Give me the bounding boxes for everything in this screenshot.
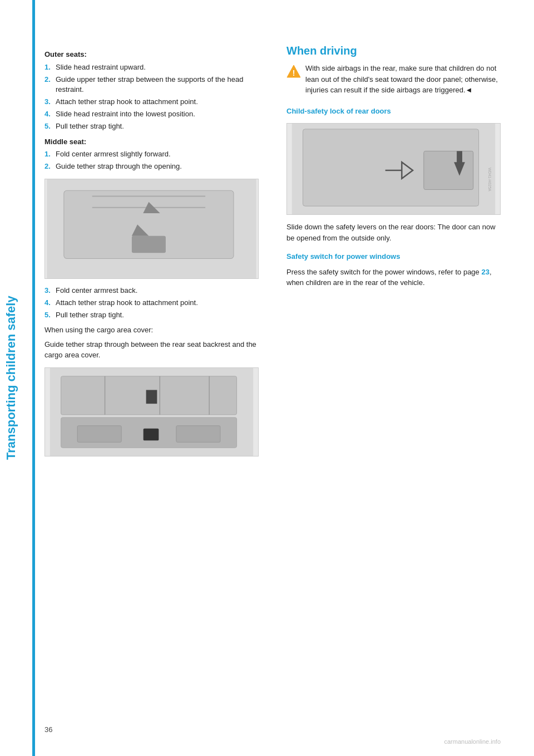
step-text: Fold center armrest slightly forward. [56, 149, 259, 159]
safety-switch-heading: Safety switch for power windows [286, 251, 501, 262]
list-item: 2. Guide upper tether strap between the … [44, 75, 259, 95]
door-lock-svg: WD41-H025A [287, 124, 500, 214]
step-text: Guide upper tether strap between the sup… [56, 75, 259, 95]
cargo-label: When using the cargo area cover: [44, 325, 259, 336]
svg-rect-19 [424, 151, 473, 189]
list-item: 4. Attach tether strap hook to attachmen… [44, 298, 259, 308]
step-text: Slide head restraint upward. [56, 62, 259, 72]
svg-text:WD41-H025A: WD41-H025A [488, 168, 492, 192]
step-text: Attach tether strap hook to attachment p… [56, 97, 259, 107]
warning-box: ! With side airbags in the rear, make su… [286, 63, 501, 99]
step-text: Slide head restraint into the lowest pos… [56, 109, 259, 119]
svg-rect-12 [144, 428, 159, 440]
left-column: Outer seats: 1. Slide head restraint upw… [44, 45, 264, 711]
cargo-text: Guide tether strap through between the r… [44, 339, 259, 361]
cargo-diagram-svg [45, 368, 258, 456]
step-num: 3. [44, 286, 52, 296]
tether-strap-image [44, 179, 259, 279]
step-num: 5. [44, 310, 52, 320]
chapter-label: Transporting children safely [0, 45, 33, 711]
warning-text: With side airbags in the rear, make sure… [305, 63, 501, 96]
step-num: 4. [44, 109, 52, 119]
child-safety-heading: Child-safety lock of rear doors [286, 106, 501, 117]
list-item: 5. Pull tether strap tight. [44, 121, 259, 131]
cargo-cover-image [44, 367, 259, 456]
safety-switch-text: Press the safety switch for the power wi… [286, 267, 501, 288]
list-item: 1. Slide head restraint upward. [44, 62, 259, 72]
outer-seats-label: Outer seats: [44, 49, 259, 60]
step-num: 2. [44, 75, 52, 95]
svg-rect-14 [176, 425, 220, 442]
tether-diagram-svg [45, 179, 258, 278]
when-driving-heading: When driving [286, 45, 501, 57]
page-reference-link[interactable]: 23 [481, 268, 489, 276]
svg-rect-11 [146, 390, 157, 404]
step-text: Pull tether strap tight. [56, 121, 259, 131]
list-item: 3. Fold center armrest back. [44, 286, 259, 296]
warning-icon: ! [286, 64, 301, 99]
list-item: 2. Guide tether strap through the openin… [44, 161, 259, 171]
step-text: Attach tether strap hook to attachment p… [56, 298, 259, 308]
svg-rect-4 [132, 235, 166, 253]
step-text: Guide tether strap through the opening. [56, 161, 259, 171]
list-item: 3. Attach tether strap hook to attachmen… [44, 97, 259, 107]
middle-seat-label: Middle seat: [44, 136, 259, 148]
list-item: 1. Fold center armrest slightly forward. [44, 149, 259, 159]
step-text: Fold center armrest back. [56, 286, 259, 296]
step-num: 1. [44, 62, 52, 72]
step-text: Pull tether strap tight. [56, 310, 259, 320]
step-num: 5. [44, 121, 52, 131]
page-number: 36 [44, 725, 52, 734]
step-num: 4. [44, 298, 52, 308]
watermark: carmanualonline.info [444, 738, 501, 745]
svg-rect-21 [457, 151, 462, 165]
svg-rect-13 [77, 425, 121, 442]
right-column: When driving ! With side airbags in the … [281, 45, 501, 711]
child-safety-text: Slide down the safety levers on the rear… [286, 222, 501, 243]
svg-text:!: ! [293, 68, 295, 77]
list-item: 4. Slide head restraint into the lowest … [44, 109, 259, 119]
step-num: 2. [44, 161, 52, 171]
step-num: 3. [44, 97, 52, 107]
step-num: 1. [44, 149, 52, 159]
door-lock-image: WD41-H025A [286, 123, 501, 215]
list-item: 5. Pull tether strap tight. [44, 310, 259, 320]
